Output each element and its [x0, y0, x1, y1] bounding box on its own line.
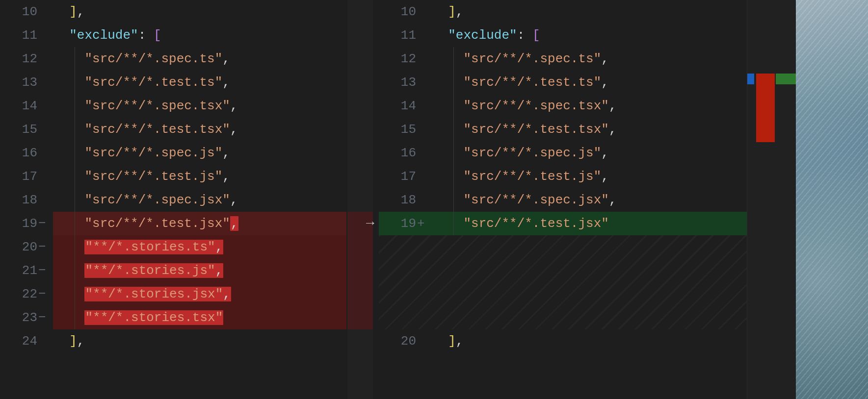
line-number-value: 15	[396, 122, 416, 137]
code-line[interactable]: 19− "src/**/*.test.jsx",	[0, 212, 373, 235]
line-number[interactable]: 17	[0, 169, 51, 184]
code-line[interactable]: 14 "src/**/*.spec.tsx",	[379, 94, 747, 118]
line-number[interactable]: 12	[0, 51, 51, 66]
code-content[interactable]: "src/**/*.test.js",	[51, 169, 230, 184]
line-number[interactable]: 15	[0, 122, 51, 137]
code-content[interactable]: "src/**/*.test.ts",	[51, 75, 230, 90]
code-content[interactable]: "src/**/*.spec.ts",	[430, 51, 609, 66]
line-number[interactable]: 16	[379, 146, 430, 160]
code-line[interactable]: 15 "src/**/*.test.tsx",	[0, 118, 373, 141]
line-number[interactable]: 13	[379, 75, 430, 90]
code-content[interactable]: "src/**/*.spec.js",	[430, 146, 609, 160]
line-number[interactable]: 12	[379, 51, 430, 66]
code-content[interactable]: ],	[430, 334, 463, 349]
line-number[interactable]: 21−	[0, 263, 51, 278]
code-content[interactable]: "src/**/*.test.ts",	[430, 75, 609, 90]
code-content[interactable]: "src/**/*.spec.ts",	[51, 51, 230, 66]
code-line[interactable]: 15 "src/**/*.test.tsx",	[379, 118, 747, 141]
code-line[interactable]: 11 "exclude": [	[379, 24, 747, 47]
code-content[interactable]: "**/*.stories.ts",	[51, 240, 223, 254]
code-line[interactable]: 10 ],	[379, 0, 747, 24]
line-number-value: 20	[18, 240, 37, 254]
code-line[interactable]: 24 ],	[0, 329, 373, 353]
code-line[interactable]: 19+ "src/**/*.test.jsx"	[379, 212, 747, 235]
line-number-value: 22	[18, 287, 37, 301]
diff-empty-region	[379, 235, 747, 329]
ruler-mark-blue[interactable]	[747, 74, 754, 84]
line-number-value: 13	[396, 75, 416, 90]
code-content[interactable]: "exclude": [	[430, 28, 540, 43]
code-line[interactable]: 13 "src/**/*.test.ts",	[0, 71, 373, 94]
code-content[interactable]: ],	[430, 4, 463, 19]
code-content[interactable]: "src/**/*.test.tsx",	[430, 122, 616, 137]
code-line[interactable]: 18 "src/**/*.spec.jsx",	[379, 188, 747, 212]
code-content[interactable]: "src/**/*.spec.jsx",	[51, 193, 237, 207]
code-content[interactable]: "src/**/*.spec.tsx",	[430, 99, 616, 113]
line-number[interactable]: 15	[379, 122, 430, 137]
code-line[interactable]: 10 ],	[0, 0, 373, 24]
line-number[interactable]: 18	[0, 193, 51, 207]
code-line[interactable]: 21− "**/*.stories.js",	[0, 259, 373, 282]
line-number[interactable]: 20−	[0, 240, 51, 254]
line-number[interactable]: 14	[0, 99, 51, 113]
plus-icon: +	[416, 216, 427, 231]
minus-icon: −	[37, 310, 48, 325]
line-number[interactable]: 10	[0, 4, 51, 19]
code-content[interactable]: "src/**/*.spec.tsx",	[51, 99, 237, 113]
code-line[interactable]: 17 "src/**/*.test.js",	[379, 165, 747, 188]
diff-split-sash[interactable]	[373, 0, 379, 399]
line-number[interactable]: 17	[379, 169, 430, 184]
code-content[interactable]: ],	[51, 334, 84, 349]
line-number[interactable]: 13	[0, 75, 51, 90]
line-number[interactable]: 16	[0, 146, 51, 160]
code-line[interactable]: 18 "src/**/*.spec.jsx",	[0, 188, 373, 212]
code-content[interactable]: "src/**/*.spec.jsx",	[430, 193, 616, 207]
code-content[interactable]: "**/*.stories.tsx"	[51, 310, 223, 325]
code-content[interactable]: "exclude": [	[51, 28, 161, 43]
line-number[interactable]: 24	[0, 334, 51, 349]
code-content[interactable]: "src/**/*.test.js",	[430, 169, 609, 184]
code-line[interactable]: 22− "**/*.stories.jsx",	[0, 282, 373, 306]
code-line[interactable]: 20 ],	[379, 329, 747, 353]
line-number[interactable]: 19+	[379, 216, 430, 231]
code-content[interactable]: "src/**/*.spec.js",	[51, 146, 230, 160]
code-line[interactable]: 17 "src/**/*.test.js",	[0, 165, 373, 188]
code-content[interactable]: "src/**/*.test.jsx",	[51, 216, 238, 231]
line-number-value: 16	[18, 146, 37, 160]
code-content[interactable]: "**/*.stories.js",	[51, 263, 223, 278]
line-number-value: 10	[396, 4, 416, 19]
line-number-value: 11	[18, 28, 37, 43]
code-line[interactable]: 12 "src/**/*.spec.ts",	[0, 47, 373, 71]
code-content[interactable]: ],	[51, 4, 84, 19]
code-content[interactable]: "src/**/*.test.jsx"	[430, 216, 609, 231]
diff-left-pane[interactable]: 10 ],11 "exclude": [12 "src/**/*.spec.ts…	[0, 0, 373, 399]
code-line[interactable]: 16 "src/**/*.spec.js",	[0, 141, 373, 165]
line-number[interactable]: 18	[379, 193, 430, 207]
code-line[interactable]: 14 "src/**/*.spec.tsx",	[0, 94, 373, 118]
code-content[interactable]: "**/*.stories.jsx",	[51, 287, 231, 301]
ruler-mark-red[interactable]	[756, 74, 775, 142]
ruler-mark-green[interactable]	[776, 74, 796, 84]
line-number[interactable]: 23−	[0, 310, 51, 325]
line-number-value: 18	[18, 193, 37, 207]
code-content[interactable]: "src/**/*.test.tsx",	[51, 122, 237, 137]
line-number[interactable]: 20	[379, 334, 430, 349]
overview-ruler[interactable]	[747, 0, 796, 399]
line-number[interactable]: 11	[379, 28, 430, 43]
line-number[interactable]: 10	[379, 4, 430, 19]
diff-right-pane[interactable]: 10 ],11 "exclude": [12 "src/**/*.spec.ts…	[379, 0, 747, 399]
line-number[interactable]: 19−	[0, 216, 51, 231]
line-number[interactable]: 22−	[0, 287, 51, 301]
code-line[interactable]: 20− "**/*.stories.ts",	[0, 235, 373, 259]
line-number-value: 16	[396, 146, 416, 160]
line-number-value: 14	[396, 99, 416, 113]
code-line[interactable]: 23− "**/*.stories.tsx"	[0, 306, 373, 329]
line-number[interactable]: 14	[379, 99, 430, 113]
minus-icon: −	[37, 287, 48, 301]
code-line[interactable]: 11 "exclude": [	[0, 24, 373, 47]
line-number[interactable]: 11	[0, 28, 51, 43]
next-diff-arrow-icon[interactable]: →	[366, 217, 374, 230]
code-line[interactable]: 16 "src/**/*.spec.js",	[379, 141, 747, 165]
code-line[interactable]: 13 "src/**/*.test.ts",	[379, 71, 747, 94]
code-line[interactable]: 12 "src/**/*.spec.ts",	[379, 47, 747, 71]
